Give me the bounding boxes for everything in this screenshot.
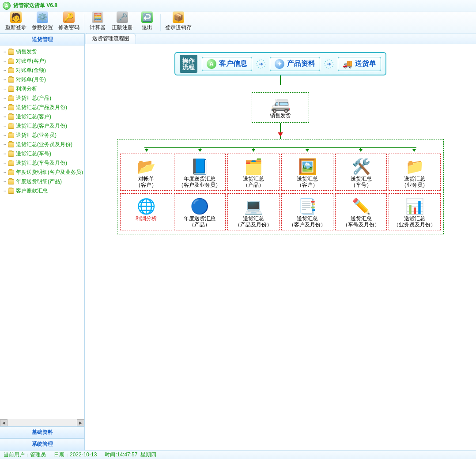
tree-branch-icon: ⋯ bbox=[4, 105, 6, 110]
folder-icon bbox=[8, 188, 14, 194]
grid-cell[interactable]: 📁送货汇总 （业务员） bbox=[389, 154, 441, 191]
tree-item-label: 送货汇总(客户及月份) bbox=[16, 122, 67, 130]
tree-item[interactable]: ⋯送货汇总(车号及月份) bbox=[2, 158, 84, 168]
tab-flowchart[interactable]: 送货管理流程图 bbox=[86, 33, 136, 44]
van-icon: 🚐 bbox=[270, 96, 291, 112]
toolbar-label: 重新登录 bbox=[5, 24, 26, 31]
status-time: 时间:14:47:57 星期四 bbox=[105, 451, 156, 459]
tree-branch-icon: ⋯ bbox=[4, 87, 6, 91]
tree-item[interactable]: ⋯客户账款汇总 bbox=[2, 186, 84, 196]
chgpwd-icon: 🔑 bbox=[63, 11, 75, 23]
scroll-right-icon[interactable]: ▶ bbox=[77, 419, 84, 426]
toolbar-chgpwd-button[interactable]: 🔑修改密码 bbox=[56, 11, 82, 32]
tree-item[interactable]: ⋯送货汇总(客户) bbox=[2, 112, 84, 121]
grid-cell[interactable]: 🌐利润分析 bbox=[120, 193, 172, 230]
sidebar-section-basicdata[interactable]: 基础资料 bbox=[0, 426, 84, 438]
product-icon: ✦ bbox=[275, 59, 284, 69]
grid-cell[interactable]: 🔵年度送货汇总 （产品） bbox=[174, 193, 226, 230]
tree-item-label: 年度送货明细(产品) bbox=[16, 178, 62, 185]
tree-item[interactable]: ⋯送货汇总(车号) bbox=[2, 149, 84, 158]
sidebar-section-sysadmin[interactable]: 系统管理 bbox=[0, 438, 84, 450]
tree-item-label: 送货汇总(业务员及月份) bbox=[16, 141, 72, 148]
main-area: 送货管理 ⋯销售发货⋯对账单(客户)⋯对账单(金额)⋯对账单(月份)⋯利润分析⋯… bbox=[0, 34, 476, 450]
folder-icon bbox=[8, 96, 14, 101]
toolbar-register-button[interactable]: 🗝️正版注册 bbox=[109, 11, 136, 32]
statusbar: 当前用户：管理员 日期：2022-10-13 时间:14:47:57 星期四 bbox=[0, 450, 476, 459]
grid-cell[interactable]: 🗂️送货汇总 （产品） bbox=[227, 154, 280, 191]
tree-item[interactable]: ⋯对账单(金额) bbox=[2, 66, 84, 75]
folder-icon bbox=[8, 49, 14, 55]
tree-item[interactable]: ⋯送货汇总(业务员及月份) bbox=[2, 140, 84, 149]
cell-label: 送货汇总 （车号及月份） bbox=[336, 216, 386, 228]
folder-icon bbox=[8, 87, 14, 92]
cell-icon: 🛠️ bbox=[336, 157, 386, 176]
toolbar-params-button[interactable]: ⚙️参数设置 bbox=[29, 11, 56, 32]
toolbar-label: 退出 bbox=[142, 24, 152, 31]
flow-step-label: 送货单 bbox=[355, 59, 376, 68]
grid-cell[interactable]: 📊送货汇总 （业务员及月份） bbox=[389, 193, 441, 230]
scroll-left-icon[interactable]: ◀ bbox=[0, 419, 8, 426]
grid-cell[interactable]: 💻送货汇总 （产品及月份） bbox=[227, 193, 280, 230]
flow-step-product[interactable]: ✦ 产品资料 bbox=[270, 57, 320, 71]
tree-branch-icon: ⋯ bbox=[4, 77, 6, 82]
arrow-down-icon bbox=[278, 132, 283, 136]
tree-item-label: 客户账款汇总 bbox=[16, 187, 48, 195]
grid-cell[interactable]: 📘年度送货汇总 （客户及业务员） bbox=[174, 154, 226, 191]
tree-item[interactable]: ⋯销售发货 bbox=[2, 47, 84, 56]
folder-icon bbox=[8, 142, 14, 147]
toolbar-separator bbox=[84, 14, 84, 31]
grid-cell[interactable]: 📑送货汇总 （客户及月份） bbox=[281, 193, 333, 230]
toolbar-label: 正版注册 bbox=[112, 24, 133, 31]
sidebar-scrollbar[interactable]: ◀ ▶ bbox=[0, 419, 84, 426]
cell-icon: 📊 bbox=[390, 196, 439, 216]
cell-icon: 🖼️ bbox=[283, 157, 332, 176]
tree-item[interactable]: ⋯年度送货明细(产品) bbox=[2, 177, 84, 186]
tree-item[interactable]: ⋯年度送货明细(客户及业务员) bbox=[2, 168, 84, 177]
folder-icon bbox=[8, 59, 14, 64]
grid-cell[interactable]: 🖼️送货汇总 （客户） bbox=[281, 154, 333, 191]
cell-label: 年度送货汇总 （客户及业务员） bbox=[175, 176, 225, 188]
cell-icon: 💻 bbox=[229, 196, 278, 216]
app-icon: A bbox=[3, 2, 11, 10]
tree-item-label: 送货汇总(车号) bbox=[16, 150, 51, 158]
grid-cell[interactable]: 📂对帐单 （客户） bbox=[120, 154, 172, 191]
exit-icon: ↩️ bbox=[141, 11, 153, 23]
cell-icon: 📘 bbox=[175, 157, 225, 176]
tree-branch-icon: ⋯ bbox=[4, 133, 6, 138]
tree-item[interactable]: ⋯送货汇总(产品) bbox=[2, 94, 84, 103]
scroll-track[interactable] bbox=[8, 419, 77, 426]
toolbar-relogin-button[interactable]: 🧑重新登录 bbox=[3, 11, 29, 32]
toolbar-label: 参数设置 bbox=[32, 24, 53, 31]
toolbar-calc-button[interactable]: 🧮计算器 bbox=[86, 11, 109, 32]
status-date: 日期：2022-10-13 bbox=[54, 451, 97, 459]
status-user: 当前用户：管理员 bbox=[4, 451, 46, 459]
grid-cell[interactable]: ✏️送货汇总 （车号及月份） bbox=[335, 193, 387, 230]
cell-icon: 📑 bbox=[283, 196, 332, 216]
cell-icon: 🌐 bbox=[121, 196, 171, 216]
tree-item-label: 年度送货明细(客户及业务员) bbox=[16, 169, 83, 176]
flow-arrow-icon: ➜ bbox=[257, 60, 265, 68]
tree-item[interactable]: ⋯送货汇总(客户及月份) bbox=[2, 121, 84, 131]
flow-step-customer[interactable]: A 客户信息 bbox=[202, 57, 252, 71]
folder-icon bbox=[8, 170, 14, 175]
toolbar-loginjxc-button[interactable]: 📦登录进销存 bbox=[162, 11, 194, 32]
tree-item-label: 利润分析 bbox=[16, 85, 37, 93]
folder-icon bbox=[8, 105, 14, 110]
sidebar-header-delivery[interactable]: 送货管理 bbox=[0, 34, 84, 45]
tree-item[interactable]: ⋯送货汇总(产品及月份) bbox=[2, 103, 84, 112]
tree-item[interactable]: ⋯利润分析 bbox=[2, 84, 84, 94]
tree-branch-icon: ⋯ bbox=[4, 151, 6, 156]
node-sales-delivery[interactable]: 🚐 销售发货 bbox=[252, 92, 309, 123]
grid-cell[interactable]: 🛠️送货汇总 （车号） bbox=[335, 154, 387, 191]
flow-step-label: 产品资料 bbox=[287, 59, 315, 68]
flow-grid: 📂对帐单 （客户）📘年度送货汇总 （客户及业务员）🗂️送货汇总 （产品）🖼️送货… bbox=[117, 139, 444, 234]
flow-step-delivery[interactable]: 🚚 送货单 bbox=[338, 57, 381, 71]
content: 送货管理流程图 操作 流程 A 客户信息 ➜ ✦ 产品资料 ➜ 🚚 送货单 bbox=[85, 34, 476, 450]
tree-item[interactable]: ⋯送货汇总(业务员) bbox=[2, 131, 84, 140]
tree-item[interactable]: ⋯对账单(客户) bbox=[2, 56, 84, 66]
register-icon: 🗝️ bbox=[117, 11, 128, 23]
tree-item[interactable]: ⋯对账单(月份) bbox=[2, 75, 84, 84]
tree-item-label: 销售发货 bbox=[16, 48, 37, 56]
toolbar-exit-button[interactable]: ↩️退出 bbox=[136, 11, 159, 32]
cell-icon: 📁 bbox=[390, 157, 439, 176]
